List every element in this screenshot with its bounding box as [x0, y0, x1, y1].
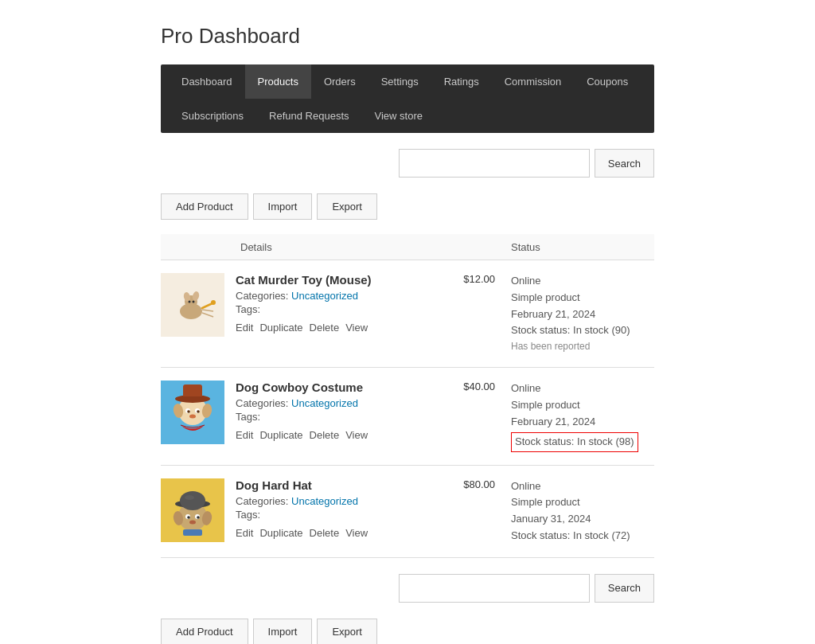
product-tags-1: Tags:	[236, 303, 436, 315]
product-tags-2: Tags:	[236, 411, 436, 423]
top-action-buttons: Add Product Import Export	[161, 193, 654, 220]
top-search-button[interactable]: Search	[595, 149, 654, 178]
bottom-action-buttons: Add Product Import Export	[161, 619, 654, 644]
svg-point-19	[197, 411, 200, 414]
nav-coupons[interactable]: Coupons	[574, 64, 641, 99]
col-header-image	[161, 240, 232, 253]
nav-view-store[interactable]: View store	[362, 99, 435, 133]
col-header-status: Status	[511, 240, 654, 253]
product-status-2: Online Simple product February 21, 2024 …	[511, 381, 654, 451]
product-categories-3: Categories: Uncategorized	[236, 495, 436, 507]
product-name-2: Dog Cowboy Costume	[236, 381, 436, 394]
product-name-3: Dog Hard Hat	[236, 478, 436, 492]
col-header-price	[447, 240, 511, 253]
product-view-2[interactable]: View	[345, 429, 368, 441]
product-status-date-3: January 31, 2024	[511, 511, 654, 528]
top-import-button[interactable]: Import	[253, 193, 313, 220]
col-header-details: Details	[232, 240, 447, 253]
svg-point-30	[187, 516, 190, 519]
nav-subscriptions[interactable]: Subscriptions	[169, 99, 256, 133]
nav-products[interactable]: Products	[245, 64, 311, 99]
product-status-1: Online Simple product February 21, 2024 …	[511, 273, 654, 354]
product-price-2: $40.00	[447, 381, 511, 392]
bottom-search-button[interactable]: Search	[595, 574, 654, 603]
product-price-1: $12.00	[447, 273, 511, 285]
bottom-search-bar: Search	[161, 574, 654, 603]
svg-point-26	[180, 491, 205, 510]
table-row: Dog Cowboy Costume Categories: Uncategor…	[161, 368, 654, 465]
nav-ratings[interactable]: Ratings	[431, 64, 492, 99]
product-status-online-3: Online	[511, 478, 654, 495]
product-status-type-2: Simple product	[511, 397, 654, 414]
bottom-export-button[interactable]: Export	[317, 619, 377, 644]
top-search-bar: Search	[161, 149, 654, 178]
page-title: Pro Dashboard	[161, 24, 654, 49]
top-add-product-button[interactable]: Add Product	[161, 193, 248, 220]
nav-row-2: Subscriptions Refund Requests View store	[169, 99, 646, 133]
product-status-date-1: February 21, 2024	[511, 306, 654, 323]
product-duplicate-3[interactable]: Duplicate	[259, 527, 302, 539]
product-status-online-1: Online	[511, 273, 654, 290]
product-status-type-3: Simple product	[511, 494, 654, 511]
product-categories-1: Categories: Uncategorized	[236, 290, 436, 302]
bottom-add-product-button[interactable]: Add Product	[161, 619, 248, 644]
product-edit-1[interactable]: Edit	[236, 322, 253, 334]
svg-rect-15	[183, 396, 202, 400]
product-categories-2: Categories: Uncategorized	[236, 397, 436, 409]
product-name-1: Cat Murder Toy (Mouse)	[236, 273, 436, 287]
nav-bar: Dashboard Products Orders Settings Ratin…	[161, 64, 654, 133]
product-delete-1[interactable]: Delete	[310, 322, 340, 334]
product-tags-3: Tags:	[236, 509, 436, 521]
product-image-cat-toy	[161, 273, 224, 337]
svg-point-20	[189, 415, 196, 419]
bottom-import-button[interactable]: Import	[253, 619, 313, 644]
svg-point-27	[185, 495, 194, 500]
product-status-online-2: Online	[511, 381, 654, 397]
product-details-1: Cat Murder Toy (Mouse) Categories: Uncat…	[224, 273, 447, 334]
nav-settings[interactable]: Settings	[369, 64, 431, 99]
nav-orders[interactable]: Orders	[311, 64, 369, 99]
product-view-3[interactable]: View	[345, 527, 368, 539]
svg-point-6	[193, 301, 195, 303]
product-status-stock-highlighted-2: Stock status: In stock (98)	[511, 432, 638, 452]
product-reported-1: Has been reported	[511, 339, 654, 354]
top-export-button[interactable]: Export	[317, 193, 377, 220]
svg-point-5	[189, 301, 191, 303]
nav-commission[interactable]: Commission	[492, 64, 575, 99]
product-edit-2[interactable]: Edit	[236, 429, 253, 441]
product-duplicate-1[interactable]: Duplicate	[259, 322, 302, 334]
product-category-link-1[interactable]: Uncategorized	[291, 290, 358, 302]
table-header: Details Status	[161, 234, 654, 260]
product-details-3: Dog Hard Hat Categories: Uncategorized T…	[224, 478, 447, 539]
product-status-stock-1: Stock status: In stock (90)	[511, 322, 654, 339]
product-delete-2[interactable]: Delete	[310, 429, 340, 441]
svg-point-18	[187, 411, 190, 414]
svg-point-8	[211, 300, 216, 305]
nav-refund-requests[interactable]: Refund Requests	[256, 99, 361, 133]
product-status-date-2: February 21, 2024	[511, 414, 654, 431]
product-status-type-1: Simple product	[511, 290, 654, 306]
product-status-3: Online Simple product January 31, 2024 S…	[511, 478, 654, 544]
product-view-1[interactable]: View	[345, 322, 368, 334]
product-image-dog-cowboy	[161, 381, 224, 444]
bottom-search-input[interactable]	[399, 574, 590, 603]
svg-point-31	[197, 516, 200, 519]
svg-point-32	[189, 520, 196, 524]
product-details-2: Dog Cowboy Costume Categories: Uncategor…	[224, 381, 447, 441]
product-duplicate-2[interactable]: Duplicate	[259, 429, 302, 441]
product-image-dog-hat	[161, 478, 224, 542]
product-price-3: $80.00	[447, 478, 511, 490]
svg-rect-35	[183, 529, 202, 536]
product-status-stock-3: Stock status: In stock (72)	[511, 528, 654, 544]
product-actions-3: Edit Duplicate Delete View	[236, 527, 436, 539]
table-row: Cat Murder Toy (Mouse) Categories: Uncat…	[161, 260, 654, 368]
product-delete-3[interactable]: Delete	[310, 527, 340, 539]
nav-dashboard[interactable]: Dashboard	[169, 64, 245, 99]
product-edit-3[interactable]: Edit	[236, 527, 253, 539]
table-row: Dog Hard Hat Categories: Uncategorized T…	[161, 466, 654, 558]
nav-row-1: Dashboard Products Orders Settings Ratin…	[169, 64, 646, 99]
product-actions-2: Edit Duplicate Delete View	[236, 429, 436, 441]
product-category-link-2[interactable]: Uncategorized	[291, 397, 358, 409]
top-search-input[interactable]	[399, 149, 590, 178]
product-category-link-3[interactable]: Uncategorized	[291, 495, 358, 507]
